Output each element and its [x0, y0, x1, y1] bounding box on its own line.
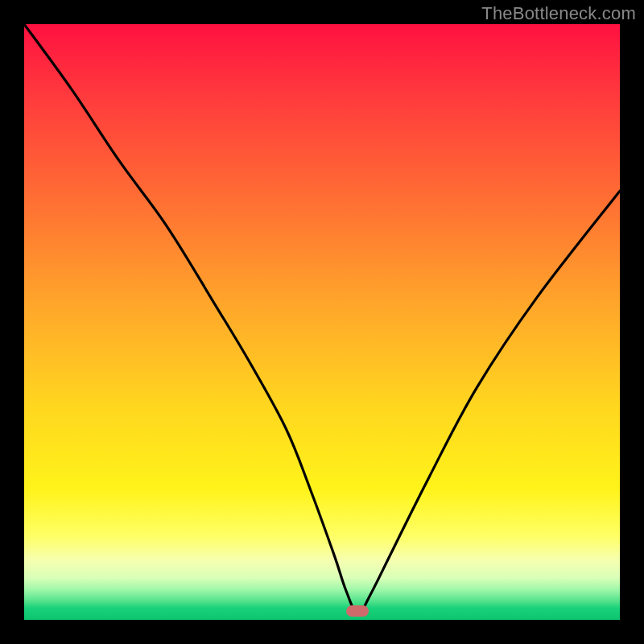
plot-area — [24, 24, 620, 620]
bottleneck-minimum-marker — [346, 605, 369, 617]
curve-path — [24, 24, 620, 614]
chart-frame: TheBottleneck.com — [0, 0, 644, 644]
bottleneck-curve — [24, 24, 620, 620]
watermark-text: TheBottleneck.com — [481, 3, 636, 24]
